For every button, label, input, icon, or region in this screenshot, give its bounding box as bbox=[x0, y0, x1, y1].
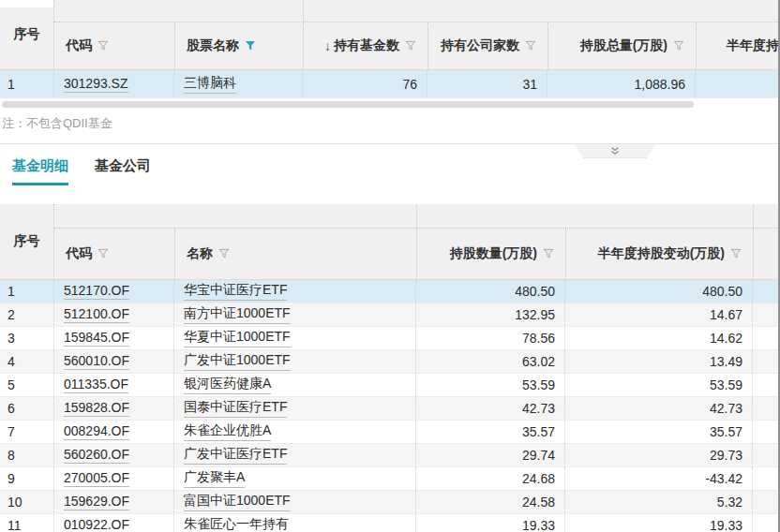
name-link[interactable]: 华夏中证1000ETF bbox=[184, 329, 291, 347]
header-group-cell bbox=[753, 204, 778, 228]
cell-pad bbox=[752, 421, 778, 443]
code-link[interactable]: 011335.OF bbox=[64, 377, 128, 393]
filter-icon[interactable] bbox=[98, 40, 109, 52]
horizontal-scrollbar[interactable] bbox=[0, 100, 778, 110]
code-link[interactable]: 512170.OF bbox=[64, 283, 129, 300]
cell-name: 华宝中证医疗ETF bbox=[173, 280, 415, 303]
collapse-panel-button[interactable] bbox=[574, 144, 656, 158]
header-group-cell bbox=[303, 0, 778, 22]
table-row[interactable]: 9270005.OF广发聚丰A24.68-43.42 bbox=[0, 467, 778, 491]
filter-icon[interactable] bbox=[543, 248, 554, 259]
column-header-change[interactable]: 半年度持股变动(万股) bbox=[565, 229, 753, 279]
cell-seq: 1 bbox=[0, 280, 53, 303]
code-link[interactable]: 159629.OF bbox=[64, 494, 129, 510]
filter-icon[interactable] bbox=[673, 40, 684, 52]
filter-icon[interactable] bbox=[525, 40, 536, 52]
column-header-seq: 序号 bbox=[0, 0, 53, 69]
code-link[interactable]: 008294.OF bbox=[64, 423, 129, 440]
cell-seq: 3 bbox=[0, 327, 53, 349]
name-link[interactable]: 国泰中证医疗ETF bbox=[184, 399, 287, 418]
column-header-code[interactable]: 代码 bbox=[54, 22, 174, 69]
cell-shares: 42.73 bbox=[415, 397, 564, 420]
qdii-note: 注：不包含QDII基金 bbox=[0, 110, 778, 143]
column-header-shares[interactable]: 持股数量(万股) bbox=[416, 229, 565, 279]
name-link[interactable]: 华宝中证医疗ETF bbox=[184, 282, 287, 301]
name-link[interactable]: 银河医药健康A bbox=[184, 376, 271, 394]
cell-pad bbox=[752, 303, 778, 326]
table-row[interactable]: 2512100.OF南方中证1000ETF132.9514.67 bbox=[0, 303, 778, 327]
cell-name: 三博脑科 bbox=[173, 70, 302, 97]
column-header-label: 半年度持 bbox=[727, 37, 778, 54]
cell-shares: 78.56 bbox=[415, 327, 564, 349]
table-row[interactable]: 6159828.OF国泰中证医疗ETF42.7342.73 bbox=[0, 397, 778, 421]
cell-shares: 29.74 bbox=[415, 444, 564, 466]
cell-shares: 19.33 bbox=[415, 514, 564, 532]
cell-shares: 132.95 bbox=[415, 303, 564, 326]
column-header-half_year[interactable]: 半年度持 bbox=[696, 22, 778, 69]
code-link[interactable]: 560260.OF bbox=[64, 447, 129, 464]
cell-seq: 6 bbox=[0, 397, 53, 420]
name-link[interactable]: 广发聚丰A bbox=[184, 469, 245, 488]
filter-icon[interactable] bbox=[218, 248, 230, 259]
name-link[interactable]: 富国中证1000ETF bbox=[184, 493, 291, 511]
cell-change: 53.59 bbox=[564, 374, 752, 396]
cell-seq: 5 bbox=[0, 374, 53, 396]
sort-desc-icon[interactable]: ↓ bbox=[324, 38, 331, 53]
cell-name: 广发中证1000ETF bbox=[173, 350, 415, 373]
cell-code: 011335.OF bbox=[53, 374, 173, 396]
code-link[interactable]: 560010.OF bbox=[64, 353, 129, 370]
column-header-code[interactable]: 代码 bbox=[54, 229, 174, 279]
column-header-name[interactable]: 股票名称 bbox=[174, 22, 303, 69]
table-row[interactable]: 10159629.OF富国中证1000ETF24.585.32 bbox=[0, 491, 778, 514]
code-link[interactable]: 270005.OF bbox=[64, 470, 129, 487]
column-header-fund_count[interactable]: ↓持有基金数 bbox=[303, 22, 428, 69]
column-header-total_shares[interactable]: 持股总量(万股) bbox=[548, 22, 696, 69]
name-link[interactable]: 南方中证1000ETF bbox=[184, 305, 291, 324]
name-link[interactable]: 朱雀企业优胜A bbox=[184, 422, 271, 441]
code-link[interactable]: 010922.OF bbox=[64, 517, 129, 532]
filter-icon-active[interactable] bbox=[245, 40, 256, 52]
name-link[interactable]: 广发中证医疗ETF bbox=[184, 446, 287, 465]
column-header-company_count[interactable]: 持有公司家数 bbox=[428, 22, 548, 69]
cell-code: 008294.OF bbox=[53, 421, 173, 443]
code-link[interactable]: 159828.OF bbox=[64, 400, 129, 417]
cell-shares: 480.50 bbox=[415, 280, 564, 303]
table-row[interactable]: 3159845.OF华夏中证1000ETF78.5614.62 bbox=[0, 327, 778, 350]
code-link[interactable]: 512100.OF bbox=[64, 306, 129, 323]
name-link[interactable]: 朱雀匠心一年持有 bbox=[184, 516, 289, 532]
table-row[interactable]: 4560010.OF广发中证1000ETF63.0213.49 bbox=[0, 350, 778, 374]
filter-icon[interactable] bbox=[405, 40, 416, 52]
table-row[interactable]: 11010922.OF朱雀匠心一年持有19.3319.33 bbox=[0, 514, 778, 532]
column-header-name[interactable]: 名称 bbox=[174, 229, 416, 279]
filter-icon[interactable] bbox=[98, 248, 109, 259]
table-row[interactable]: 8560260.OF广发中证医疗ETF29.7429.73 bbox=[0, 444, 778, 467]
cell-seq: 10 bbox=[0, 491, 53, 513]
code-link[interactable]: 159845.OF bbox=[64, 330, 129, 347]
cell-name: 广发中证医疗ETF bbox=[173, 444, 415, 466]
table-row[interactable]: 7008294.OF朱雀企业优胜A35.5735.57 bbox=[0, 421, 778, 444]
column-header-pad[interactable] bbox=[753, 229, 778, 279]
table-row[interactable]: 5011335.OF银河医药健康A53.5953.59 bbox=[0, 374, 778, 397]
cell-seq: 4 bbox=[0, 350, 53, 373]
cell-shares: 53.59 bbox=[415, 374, 564, 396]
table-row[interactable]: 1512170.OF华宝中证医疗ETF480.50480.50 bbox=[0, 280, 778, 303]
table-row[interactable]: 1301293.SZ三博脑科76311,088.96 bbox=[0, 70, 778, 98]
scrollbar-thumb[interactable] bbox=[2, 101, 694, 108]
code-link[interactable]: 301293.SZ bbox=[64, 76, 128, 93]
cell-pad bbox=[752, 491, 778, 513]
tab-fund-detail[interactable]: 基金明细 bbox=[12, 157, 68, 185]
cell-pad bbox=[752, 280, 778, 303]
stock-holdings-table: 序号代码股票名称↓持有基金数持有公司家数持股总量(万股)半年度持1301293.… bbox=[0, 0, 778, 98]
column-header-label: 股票名称 bbox=[187, 37, 239, 54]
tab-bar: 基金明细 基金公司 bbox=[12, 157, 778, 185]
column-header-label: 代码 bbox=[66, 37, 92, 54]
name-link[interactable]: 广发中证1000ETF bbox=[184, 352, 291, 371]
filter-icon[interactable] bbox=[730, 248, 742, 259]
tab-fund-company[interactable]: 基金公司 bbox=[95, 157, 151, 185]
cell-pad bbox=[752, 397, 778, 420]
name-link[interactable]: 三博脑科 bbox=[184, 75, 236, 94]
cell-code: 159845.OF bbox=[53, 327, 173, 349]
tabs-section: 基金明细 基金公司 bbox=[0, 143, 778, 195]
header-group-cell bbox=[54, 0, 303, 22]
cell-seq: 1 bbox=[0, 70, 53, 97]
